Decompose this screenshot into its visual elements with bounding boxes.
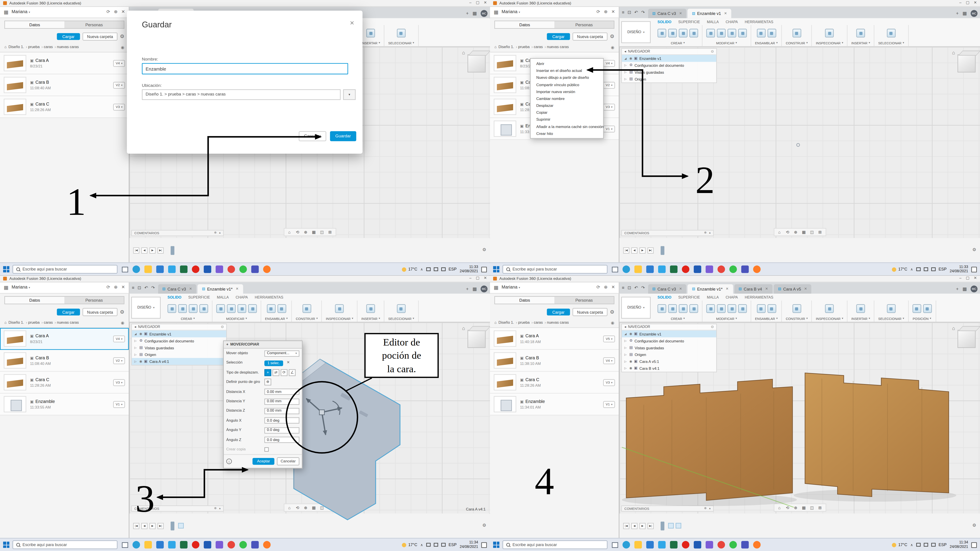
selection-chip[interactable]: 1 selec.: [264, 360, 283, 366]
tool-icon[interactable]: [248, 305, 257, 313]
tool-icon[interactable]: [792, 29, 801, 38]
tool-group-label[interactable]: SELECCIONAR▾: [388, 317, 414, 321]
value-input[interactable]: 0.00 mm: [264, 398, 299, 405]
breadcrumb-item[interactable]: Diseño 1.: [8, 321, 24, 325]
taskbar-app-icon[interactable]: [263, 265, 270, 273]
playback-button[interactable]: |◀: [133, 247, 139, 253]
expand-caret-icon[interactable]: ▷: [624, 346, 627, 349]
playback-button[interactable]: ▶|: [648, 522, 654, 529]
playback-button[interactable]: |◀: [623, 522, 629, 529]
tool-icon[interactable]: [679, 305, 687, 313]
start-button[interactable]: [493, 541, 500, 548]
notification-center-icon[interactable]: [481, 542, 487, 548]
start-button[interactable]: [3, 266, 10, 272]
tool-group-label[interactable]: ENSAMBLAR▾: [755, 41, 778, 46]
visibility-eye-icon[interactable]: ◉: [629, 366, 632, 370]
view-control-icon[interactable]: ⟲: [294, 229, 301, 235]
taskbar-app-icon[interactable]: [729, 541, 737, 549]
timeline-settings-icon[interactable]: ⚙: [482, 523, 487, 529]
view-control-icon[interactable]: ⊞: [816, 229, 823, 235]
view-control-icon[interactable]: ⟲: [294, 505, 301, 510]
visibility-eye-icon[interactable]: ◉: [629, 360, 632, 363]
home-view-icon[interactable]: ⌂: [952, 50, 955, 56]
taskbar-app-icon[interactable]: [753, 265, 760, 273]
new-tab-icon[interactable]: +: [956, 11, 959, 16]
ribbon-tab[interactable]: HERRAMIENTAS: [745, 295, 773, 300]
upload-button[interactable]: Cargar: [57, 308, 80, 316]
version-badge[interactable]: V4▾: [113, 60, 125, 67]
version-badge[interactable]: V3▾: [603, 104, 615, 110]
file-menu-icon[interactable]: ≡: [622, 286, 624, 291]
version-badge[interactable]: V3▾: [603, 380, 615, 386]
taskbar-app-icon[interactable]: [251, 265, 259, 273]
view-control-icon[interactable]: ▦: [310, 505, 317, 510]
tab-close-icon[interactable]: ✕: [679, 11, 682, 16]
home-view-icon[interactable]: ⌂: [462, 50, 465, 56]
tool-icon[interactable]: [706, 305, 715, 313]
user-menu[interactable]: Mariana ▾: [501, 10, 520, 15]
ribbon-tab[interactable]: MALLA: [217, 295, 229, 300]
version-badge[interactable]: V1▾: [603, 401, 615, 408]
datapanel-tab[interactable]: Datos: [5, 21, 64, 28]
comment-add-icon[interactable]: ⊕: [214, 507, 216, 510]
navigator-row[interactable]: ▷ ◉ ▣ Cara A v4:1: [132, 358, 226, 365]
tool-group-label[interactable]: INSPECCIONAR▾: [816, 317, 843, 321]
taskbar-app-icon[interactable]: [682, 265, 689, 273]
context-menu-item[interactable]: Compartir vínculo público: [531, 81, 603, 88]
taskbar-search[interactable]: Escribe aquí para buscar: [13, 265, 118, 274]
extensions-icon[interactable]: ▦: [963, 286, 967, 292]
tool-icon[interactable]: [717, 305, 725, 313]
taskbar-app-icon[interactable]: [192, 265, 199, 273]
navigator-row[interactable]: ◢ ◉ ▣ Enzamble v1: [132, 330, 226, 337]
extensions-icon[interactable]: ▦: [473, 11, 477, 16]
tool-group-label[interactable]: CONSTRUIR▾: [786, 317, 808, 321]
view-control-icon[interactable]: ⊞: [326, 229, 333, 235]
tool-icon[interactable]: [727, 305, 736, 313]
user-menu[interactable]: Mariana ▾: [501, 285, 520, 290]
file-menu-icon[interactable]: ≡: [622, 10, 624, 15]
start-button[interactable]: [493, 266, 500, 272]
tool-group-label[interactable]: CREAR▾: [181, 317, 195, 321]
breadcrumb-item[interactable]: nuevas caras: [544, 45, 569, 49]
undo-icon[interactable]: ↶: [634, 10, 638, 15]
breadcrumb-item[interactable]: caras: [531, 45, 543, 49]
expand-caret-icon[interactable]: ▷: [134, 339, 137, 342]
tool-icon[interactable]: [668, 29, 677, 38]
tool-group-label[interactable]: CONSTRUIR▾: [786, 41, 808, 46]
tool-icon[interactable]: [738, 305, 747, 313]
undo-icon[interactable]: ↶: [634, 286, 638, 291]
taskbar-app-icon[interactable]: [729, 265, 737, 273]
taskbar-app-icon[interactable]: [622, 541, 630, 549]
tool-icon[interactable]: [366, 29, 375, 38]
minimize-button[interactable]: –: [959, 1, 961, 5]
tool-group-label[interactable]: CONSTRUIR▾: [296, 317, 318, 321]
context-menu-item[interactable]: Suprimir: [531, 116, 603, 123]
upload-button[interactable]: Cargar: [57, 33, 80, 40]
value-input[interactable]: 0.0 deg: [264, 437, 299, 443]
save-icon[interactable]: ⊡: [628, 286, 631, 291]
taskbar-app-icon[interactable]: [144, 541, 152, 549]
minimize-button[interactable]: –: [959, 276, 961, 281]
tool-icon[interactable]: [227, 305, 235, 313]
datapanel-tab[interactable]: Personas: [64, 21, 124, 28]
tool-group-label[interactable]: MODIFICAR▾: [226, 317, 247, 321]
view-control-icon[interactable]: ⟲: [784, 505, 791, 510]
breadcrumb-item[interactable]: prueba: [516, 45, 530, 49]
timeline-feature-icon[interactable]: [676, 523, 681, 529]
view-cube[interactable]: ⌂: [462, 326, 485, 348]
new-tab-icon[interactable]: +: [466, 286, 469, 292]
timeline-marker[interactable]: [170, 246, 174, 254]
comments-bar[interactable]: COMENTARIOS ⊕ ▴: [131, 230, 224, 236]
tool-group-label[interactable]: ENSAMBLAR▾: [755, 317, 778, 321]
data-item[interactable]: ▣ Cara A 8/23/21 V4▾: [0, 53, 129, 75]
notification-center-icon[interactable]: [971, 267, 977, 272]
taskbar-search[interactable]: Escribe aquí para buscar: [503, 265, 608, 274]
undo-icon[interactable]: ↶: [144, 286, 148, 291]
avatar[interactable]: MC: [480, 10, 488, 17]
navigator-row[interactable]: ▷ ▤ Vistas guardadas: [622, 69, 716, 76]
tray-volume-icon[interactable]: [931, 267, 935, 271]
tray-display-icon[interactable]: [916, 267, 921, 271]
taskbar-app-icon[interactable]: [239, 541, 247, 549]
redo-icon[interactable]: ↷: [641, 286, 645, 291]
timeline-marker[interactable]: [660, 246, 664, 254]
